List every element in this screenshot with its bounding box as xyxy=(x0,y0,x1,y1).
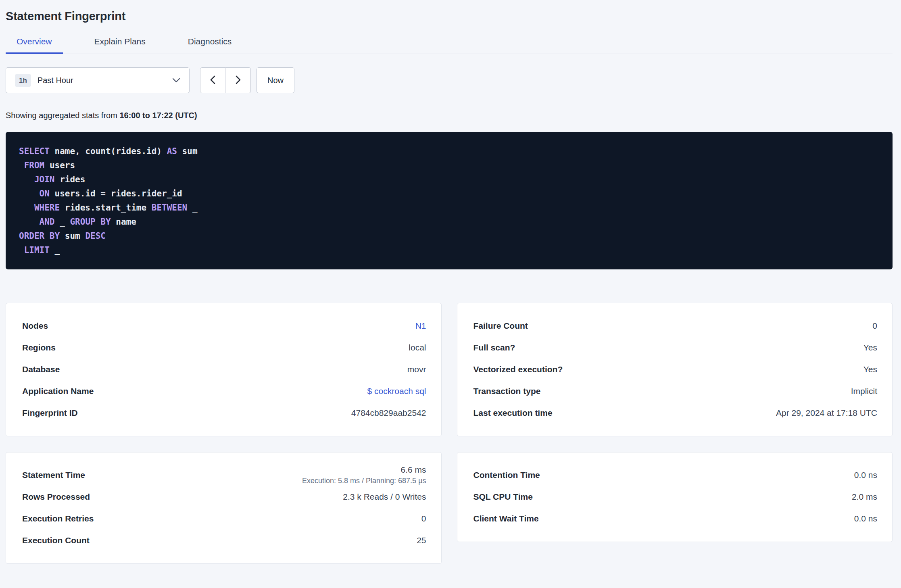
chevron-right-icon xyxy=(235,75,241,86)
stat-label: Transaction type xyxy=(473,386,541,396)
status-range: 16:00 to 17:22 (UTC) xyxy=(119,111,197,120)
sql-keyword: ORDER BY xyxy=(19,231,60,241)
sql-line: ON users.id = rides.rider_id xyxy=(19,187,879,201)
tab-explain-plans[interactable]: Explain Plans xyxy=(83,37,156,54)
tab-overview[interactable]: Overview xyxy=(6,37,63,54)
stat-value: 2.3 k Reads / 0 Writes xyxy=(343,492,426,502)
time-range-label: Past Hour xyxy=(38,76,166,85)
sql-statement-box: SELECT name, count(rides.id) AS sum FROM… xyxy=(6,132,893,269)
stat-label: Database xyxy=(22,365,60,374)
time-range-dropdown[interactable]: 1h Past Hour xyxy=(6,67,190,93)
stat-row: Contention Time0.0 ns xyxy=(473,464,878,486)
stat-value-wrap: 2.3 k Reads / 0 Writes xyxy=(343,492,426,502)
stat-value: 0 xyxy=(421,514,426,523)
sql-text xyxy=(19,217,40,227)
now-button[interactable]: Now xyxy=(257,67,294,93)
time-controls: 1h Past Hour Now xyxy=(6,67,893,93)
stat-label: Fingerprint ID xyxy=(22,408,78,418)
stat-value: 25 xyxy=(417,536,426,545)
sql-keyword: ON xyxy=(40,189,50,198)
sql-keyword: AS xyxy=(167,146,177,156)
stat-label: Regions xyxy=(22,343,56,352)
stat-value-wrap: N1 xyxy=(415,321,426,331)
sql-keyword: WHERE xyxy=(34,203,60,213)
sql-text: _ xyxy=(55,217,70,227)
stat-row: Regionslocal xyxy=(22,337,426,359)
next-range-button[interactable] xyxy=(225,67,251,93)
sql-text: name, count(rides.id) xyxy=(50,146,167,156)
stat-value-wrap: 4784cb829aab2542 xyxy=(351,408,426,418)
stat-value: local xyxy=(409,343,426,352)
sql-line: LIMIT _ xyxy=(19,243,879,257)
stat-label: Last execution time xyxy=(473,408,553,418)
tab-diagnostics[interactable]: Diagnostics xyxy=(177,37,243,54)
stat-value: Yes xyxy=(863,343,877,352)
sql-text: _ xyxy=(187,203,197,213)
stat-value-wrap: 0 xyxy=(421,514,426,523)
sql-keyword: FROM xyxy=(24,161,45,170)
stat-label: Client Wait Time xyxy=(473,514,539,523)
sql-text: sum xyxy=(60,231,85,241)
time-interval-badge: 1h xyxy=(15,74,31,87)
stat-label: Application Name xyxy=(22,386,94,396)
sql-line: SELECT name, count(rides.id) AS sum xyxy=(19,144,879,158)
stat-row: Statement Time6.6 msExecution: 5.8 ms / … xyxy=(22,464,426,486)
stat-value-link[interactable]: $ cockroach sql xyxy=(367,386,426,396)
stat-value: Yes xyxy=(863,365,877,374)
stat-row: Application Name$ cockroach sql xyxy=(22,380,426,402)
stat-value-wrap: 2.0 ms xyxy=(852,492,877,502)
range-step-buttons xyxy=(200,67,251,93)
chevron-down-icon xyxy=(172,78,180,83)
stat-row: Last execution timeApr 29, 2024 at 17:18… xyxy=(473,402,878,424)
tab-bar: Overview Explain Plans Diagnostics xyxy=(6,37,893,54)
stat-row: Fingerprint ID4784cb829aab2542 xyxy=(22,402,426,424)
stat-value: 2.0 ms xyxy=(852,492,877,502)
stat-value-wrap: 0.0 ns xyxy=(854,470,877,480)
stat-value-wrap: 6.6 msExecution: 5.8 ms / Planning: 687.… xyxy=(302,465,426,485)
sql-keyword: SELECT xyxy=(19,146,50,156)
status-prefix: Showing aggregated stats from xyxy=(6,111,117,120)
stat-row: Transaction typeImplicit xyxy=(473,380,878,402)
stat-value: 0.0 ns xyxy=(854,514,877,523)
stat-label: SQL CPU Time xyxy=(473,492,533,502)
stat-value-wrap: Yes xyxy=(863,365,877,374)
stat-value-wrap: Apr 29, 2024 at 17:18 UTC xyxy=(776,408,877,418)
sql-keyword: GROUP BY xyxy=(70,217,111,227)
stat-label: Vectorized execution? xyxy=(473,365,563,374)
sql-text: sum xyxy=(177,146,198,156)
sql-keyword: JOIN xyxy=(34,175,55,184)
sql-text: _ xyxy=(50,245,60,255)
overview-card: NodesN1RegionslocalDatabasemovrApplicati… xyxy=(6,303,442,436)
sql-text xyxy=(19,189,40,198)
sql-line: JOIN rides xyxy=(19,173,879,187)
stat-row: SQL CPU Time2.0 ms xyxy=(473,486,878,508)
sql-text: rides xyxy=(55,175,86,184)
sql-line: WHERE rides.start_time BETWEEN _ xyxy=(19,201,879,215)
stat-row: Client Wait Time0.0 ns xyxy=(473,508,878,530)
stat-value-wrap: local xyxy=(409,343,426,352)
sql-keyword: BETWEEN xyxy=(152,203,188,213)
stat-value-link[interactable]: N1 xyxy=(415,321,426,331)
previous-range-button[interactable] xyxy=(200,67,225,93)
sql-keyword: LIMIT xyxy=(24,245,50,255)
stat-value-wrap: $ cockroach sql xyxy=(367,386,426,396)
stat-label: Statement Time xyxy=(22,470,85,480)
stat-value-wrap: 0.0 ns xyxy=(854,514,877,523)
stat-label: Contention Time xyxy=(473,470,540,480)
stat-label: Execution Retries xyxy=(22,514,94,523)
stat-value-wrap: 25 xyxy=(417,536,426,545)
chevron-left-icon xyxy=(210,75,216,86)
stat-value: Implicit xyxy=(851,386,877,396)
stat-value-wrap: movr xyxy=(407,365,426,374)
sql-text xyxy=(19,175,34,184)
sql-text: users.id = rides.rider_id xyxy=(50,189,182,198)
sql-line: AND _ GROUP BY name xyxy=(19,215,879,229)
stat-label: Rows Processed xyxy=(22,492,90,502)
stat-value: 6.6 ms xyxy=(302,465,426,475)
sql-keyword: DESC xyxy=(85,231,106,241)
sql-line: ORDER BY sum DESC xyxy=(19,229,879,243)
sql-text xyxy=(19,161,24,170)
summary-cards: NodesN1RegionslocalDatabasemovrApplicati… xyxy=(6,303,893,564)
sql-code: SELECT name, count(rides.id) AS sum FROM… xyxy=(19,144,879,257)
stat-value: 0 xyxy=(872,321,877,331)
